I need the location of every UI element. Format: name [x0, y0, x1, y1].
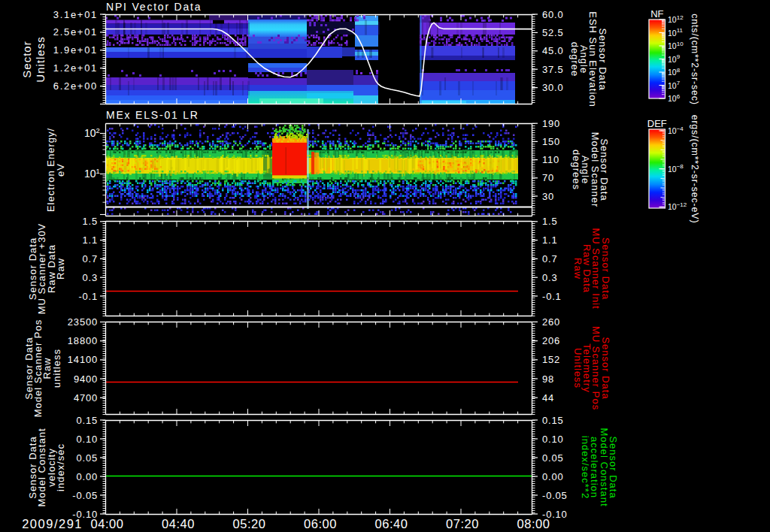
svg-text:04:00: 04:00 [91, 517, 124, 530]
svg-text:260: 260 [542, 316, 560, 328]
svg-text:eV: eV [55, 163, 66, 177]
svg-text:0.3: 0.3 [83, 272, 98, 283]
svg-text:70: 70 [542, 172, 554, 183]
svg-text:6.2e+00: 6.2e+00 [53, 80, 98, 92]
svg-text:150: 150 [542, 136, 560, 147]
svg-text:-0.05: -0.05 [72, 490, 98, 501]
svg-text:-0.1: -0.1 [78, 291, 98, 302]
svg-text:14100: 14100 [68, 354, 98, 365]
svg-text:110: 110 [542, 154, 559, 165]
svg-text:1.9e+01: 1.9e+01 [53, 44, 98, 56]
svg-text:206: 206 [542, 335, 560, 346]
svg-text:06:40: 06:40 [375, 517, 408, 530]
svg-text:152: 152 [542, 354, 560, 365]
svg-text:index/sec: index/sec [55, 443, 66, 491]
svg-text:0.00: 0.00 [76, 471, 98, 482]
svg-text:0.7: 0.7 [83, 253, 98, 264]
svg-text:190: 190 [542, 118, 560, 129]
svg-text:1.2e+01: 1.2e+01 [53, 62, 98, 74]
svg-text:DEF: DEF [647, 118, 667, 129]
svg-text:NPI Vector Data: NPI Vector Data [106, 1, 202, 13]
svg-text:1.1: 1.1 [83, 234, 98, 246]
svg-text:Unitless: Unitless [34, 36, 47, 82]
svg-text:cnts/(cm**2-sr-sec): cnts/(cm**2-sr-sec) [690, 14, 700, 104]
svg-text:3.1e+01: 3.1e+01 [53, 9, 98, 20]
svg-text:30: 30 [542, 191, 554, 202]
svg-text:05:20: 05:20 [233, 517, 266, 530]
svg-text:37.5: 37.5 [542, 64, 564, 75]
svg-text:08:00: 08:00 [517, 517, 550, 530]
svg-text:-0.05: -0.05 [542, 490, 568, 501]
svg-text:unitless: unitless [51, 349, 62, 388]
svg-text:1.5: 1.5 [542, 216, 557, 227]
svg-text:07:20: 07:20 [446, 517, 479, 530]
svg-text:04:40: 04:40 [162, 517, 195, 530]
svg-text:Raw: Raw [55, 258, 66, 280]
svg-text:0.05: 0.05 [76, 452, 98, 464]
svg-text:0.7: 0.7 [542, 253, 557, 264]
svg-text:MEx ELS-01 LR: MEx ELS-01 LR [106, 109, 199, 121]
svg-text:degrees: degrees [571, 150, 582, 190]
svg-text:index/sec**2: index/sec**2 [580, 436, 591, 499]
svg-text:0.15: 0.15 [76, 415, 98, 426]
svg-text:18800: 18800 [68, 335, 98, 346]
svg-text:0.10: 0.10 [76, 434, 98, 445]
svg-text:98: 98 [542, 373, 554, 385]
svg-text:23500: 23500 [68, 316, 98, 328]
svg-text:9400: 9400 [74, 373, 98, 385]
svg-text:1.5: 1.5 [83, 216, 98, 227]
svg-text:2009/291: 2009/291 [22, 517, 83, 530]
svg-text:60.0: 60.0 [542, 9, 564, 20]
svg-text:06:00: 06:00 [304, 517, 337, 530]
svg-text:44: 44 [542, 392, 554, 404]
svg-text:45.0: 45.0 [542, 45, 564, 56]
svg-text:Sector: Sector [20, 41, 33, 77]
svg-text:ergs/(cm**2-sr-sec-eV): ergs/(cm**2-sr-sec-eV) [690, 115, 700, 224]
svg-text:52.5: 52.5 [542, 27, 564, 38]
svg-text:0.15: 0.15 [542, 415, 564, 426]
svg-text:degree: degree [569, 42, 581, 77]
svg-text:0.10: 0.10 [542, 434, 564, 445]
svg-text:4700: 4700 [74, 392, 98, 404]
svg-text:Raw: Raw [572, 258, 584, 280]
svg-text:-0.1: -0.1 [542, 291, 562, 302]
svg-text:NF: NF [650, 8, 663, 20]
svg-text:0.3: 0.3 [542, 272, 557, 283]
svg-text:1.1: 1.1 [542, 234, 557, 246]
svg-text:2.5e+01: 2.5e+01 [53, 26, 98, 38]
svg-text:0.00: 0.00 [542, 471, 564, 482]
svg-text:0.05: 0.05 [542, 452, 564, 464]
svg-text:30.0: 30.0 [542, 82, 564, 93]
svg-text:Unitless: Unitless [572, 348, 584, 388]
